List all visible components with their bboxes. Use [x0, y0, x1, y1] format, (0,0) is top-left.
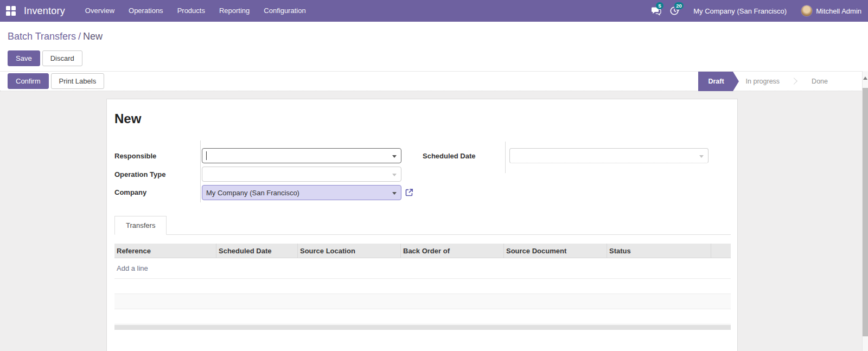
menu-products[interactable]: Products: [170, 0, 212, 22]
discard-button[interactable]: Discard: [42, 50, 82, 66]
scroll-up-icon[interactable]: [863, 76, 867, 80]
horizontal-scrollbar[interactable]: [114, 325, 731, 330]
group-separator: [505, 142, 506, 173]
external-link-icon[interactable]: [405, 188, 414, 197]
col-source-document[interactable]: Source Document: [504, 244, 607, 258]
user-menu[interactable]: Mitchell Admin: [801, 5, 861, 17]
form-statusbar: Confirm Print Labels Draft In progress D…: [0, 71, 868, 91]
add-a-line-link[interactable]: Add a line: [114, 264, 148, 272]
record-title: New: [114, 111, 141, 126]
company-input[interactable]: My Company (San Francisco): [202, 185, 401, 200]
responsible-input[interactable]: [202, 148, 401, 163]
dropdown-caret-icon[interactable]: [699, 155, 704, 158]
col-scheduled-date[interactable]: Scheduled Date: [216, 244, 298, 258]
user-name: Mitchell Admin: [816, 7, 861, 15]
company-label: Company: [114, 188, 146, 196]
table-row-empty: [114, 294, 731, 309]
text-caret: [206, 151, 207, 160]
systray: 5 20 My Company (San Francisco) Mitchell…: [647, 0, 868, 22]
form-sheet: New Responsible Operation Type Company M…: [106, 99, 738, 351]
app-name[interactable]: Inventory: [24, 5, 65, 17]
col-source-location[interactable]: Source Location: [298, 244, 401, 258]
apps-menu-icon[interactable]: [0, 0, 22, 22]
col-status[interactable]: Status: [607, 244, 711, 258]
responsible-label: Responsible: [114, 152, 156, 160]
activities-count-badge: 20: [674, 2, 684, 9]
menu-configuration[interactable]: Configuration: [257, 0, 312, 22]
table-row: Add a line: [114, 258, 731, 279]
menu-reporting[interactable]: Reporting: [212, 0, 257, 22]
tab-strip: [114, 234, 731, 235]
vertical-scrollbar[interactable]: [862, 71, 868, 351]
top-navbar: Inventory Overview Operations Products R…: [0, 0, 868, 22]
company-switcher[interactable]: My Company (San Francisco): [693, 7, 787, 15]
control-panel: Batch Transfers/New Save Discard: [0, 22, 868, 71]
table-header-row: Reference Scheduled Date Source Location…: [114, 244, 731, 258]
table-row-empty: [114, 279, 731, 294]
user-avatar: [801, 5, 813, 17]
operation-type-input[interactable]: [202, 167, 401, 182]
messages-count-badge: 5: [656, 2, 663, 9]
activities-icon[interactable]: 20: [665, 0, 684, 22]
transfers-table: Reference Scheduled Date Source Location…: [114, 244, 731, 330]
grid-icon: [6, 6, 16, 16]
chevron-right-icon: [790, 78, 797, 85]
content-area: New Responsible Operation Type Company M…: [0, 91, 868, 351]
save-button[interactable]: Save: [8, 50, 40, 66]
scheduled-date-label: Scheduled Date: [423, 152, 476, 160]
breadcrumb: Batch Transfers/New: [8, 31, 103, 42]
dropdown-caret-icon[interactable]: [392, 192, 397, 195]
dropdown-caret-icon[interactable]: [392, 155, 397, 158]
tab-transfers[interactable]: Transfers: [114, 216, 167, 235]
operation-type-label: Operation Type: [114, 170, 165, 178]
print-labels-button[interactable]: Print Labels: [51, 73, 105, 89]
dropdown-caret-icon[interactable]: [392, 174, 397, 176]
state-done[interactable]: Done: [799, 72, 838, 91]
breadcrumb-separator: /: [76, 31, 83, 42]
menu-operations[interactable]: Operations: [122, 0, 170, 22]
menu-overview[interactable]: Overview: [78, 0, 122, 22]
state-pipeline: Draft In progress Done: [698, 72, 838, 91]
breadcrumb-current: New: [83, 31, 103, 42]
scheduled-date-input[interactable]: [509, 148, 709, 163]
state-in-progress[interactable]: In progress: [733, 72, 790, 91]
col-back-order-of[interactable]: Back Order of: [401, 244, 504, 258]
state-draft[interactable]: Draft: [698, 72, 732, 91]
messages-icon[interactable]: 5: [647, 0, 665, 22]
table-row-empty: [114, 309, 731, 324]
confirm-button[interactable]: Confirm: [8, 73, 49, 89]
group-separator: [200, 141, 201, 202]
col-extra: [711, 244, 731, 258]
col-reference[interactable]: Reference: [114, 244, 216, 258]
breadcrumb-parent[interactable]: Batch Transfers: [8, 31, 76, 42]
scrollbar-thumb[interactable]: [863, 88, 868, 336]
